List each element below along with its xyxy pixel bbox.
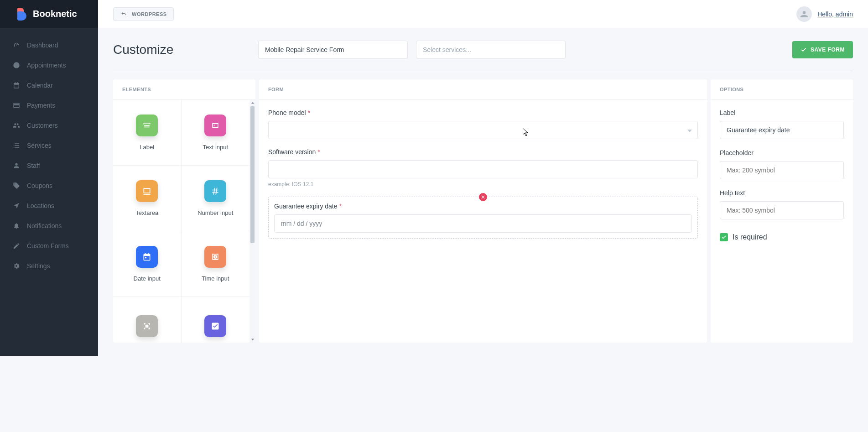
field-input[interactable] [268, 121, 698, 139]
elements-panel: ELEMENTS Label Text [113, 79, 255, 343]
sidebar-item-label: Locations [27, 202, 54, 209]
sidebar-item-coupons[interactable]: Coupons [0, 176, 98, 196]
logo[interactable]: Booknetic [0, 0, 98, 28]
option-label-input[interactable] [720, 121, 844, 139]
sidebar-item-settings[interactable]: Settings [0, 256, 98, 276]
sidebar: Booknetic Dashboard Appointments Calenda… [0, 0, 98, 356]
services-placeholder: Select services... [423, 46, 471, 53]
option-required-label: Is required [733, 233, 767, 241]
location-arrow-icon [13, 202, 20, 209]
sidebar-item-dashboard[interactable]: Dashboard [0, 35, 98, 55]
select-icon [136, 315, 158, 337]
sidebar-item-payments[interactable]: Payments [0, 95, 98, 115]
sidebar-item-calendar[interactable]: Calendar [0, 75, 98, 95]
element-time-input[interactable]: Time input [182, 231, 250, 297]
time-icon [204, 246, 226, 268]
sidebar-item-notifications[interactable]: Notifications [0, 216, 98, 236]
required-star-icon: * [339, 203, 342, 210]
field-label: Guarantee expiry date * [274, 203, 692, 210]
hash-icon [204, 180, 226, 202]
form-name-input[interactable] [258, 41, 408, 59]
sidebar-item-services[interactable]: Services [0, 135, 98, 156]
sidebar-item-appointments[interactable]: Appointments [0, 55, 98, 75]
users-icon [13, 122, 20, 129]
pen-icon [13, 242, 20, 250]
element-label[interactable]: Label [113, 100, 182, 166]
panel-header-options: OPTIONS [711, 79, 853, 100]
option-helptext-input[interactable] [720, 201, 844, 219]
content: ELEMENTS Label Text [98, 71, 868, 353]
scrollbar-thumb[interactable] [250, 106, 255, 243]
sidebar-item-label: Customers [27, 122, 58, 129]
sidebar-item-locations[interactable]: Locations [0, 196, 98, 216]
page-header: Customize Select services... SAVE FORM [98, 28, 868, 59]
sidebar-nav: Dashboard Appointments Calendar Payments [0, 28, 98, 276]
main: WORDPRESS Hello, admin Customize Select … [98, 0, 868, 356]
save-label: SAVE FORM [811, 47, 845, 53]
back-label: WORDPRESS [132, 11, 167, 17]
remove-field-button[interactable] [479, 193, 487, 201]
scroll-down-icon[interactable] [249, 336, 255, 343]
form-field-guarantee-expiry[interactable]: Guarantee expiry date * [268, 197, 698, 239]
calendar-icon [13, 82, 20, 89]
option-helptext-text: Help text [720, 189, 844, 197]
form-field-software-version[interactable]: Software version * example: IOS 12.1 [268, 148, 698, 187]
textarea-icon [136, 180, 158, 202]
check-icon [720, 233, 728, 241]
form-field-phone-model[interactable]: Phone model * [268, 109, 698, 139]
panel-header-form: FORM [259, 79, 707, 100]
element-textarea[interactable]: Textarea [113, 166, 182, 231]
panel-header-elements: ELEMENTS [113, 79, 255, 100]
required-star-icon: * [317, 148, 320, 156]
option-label: Label [720, 109, 844, 139]
field-help-text: example: IOS 12.1 [268, 181, 698, 187]
checkbox-icon [204, 315, 226, 337]
tag-icon [13, 182, 20, 189]
list-icon [13, 142, 20, 149]
sidebar-item-label: Notifications [27, 222, 62, 229]
card-icon [13, 102, 20, 109]
save-form-button[interactable]: SAVE FORM [792, 41, 853, 58]
topbar: WORDPRESS Hello, admin [98, 0, 868, 28]
element-label-text: Text input [203, 144, 228, 151]
scroll-up-icon[interactable] [249, 100, 255, 106]
elements-grid: Label Text input Textarea [113, 100, 249, 343]
element-label-text: Time input [202, 275, 229, 282]
field-label: Software version * [268, 148, 698, 156]
text-input-icon [204, 115, 226, 136]
chevron-down-icon [687, 126, 692, 134]
clock-icon [13, 62, 20, 69]
gauge-icon [13, 42, 20, 49]
form-panel: FORM Phone model * [259, 79, 707, 343]
option-required-checkbox[interactable]: Is required [720, 233, 844, 241]
bell-icon [13, 222, 20, 229]
services-select[interactable]: Select services... [416, 41, 566, 59]
form-body: Phone model * Software version [259, 100, 707, 248]
element-select[interactable] [113, 297, 182, 343]
option-placeholder: Placeholder [720, 149, 844, 179]
label-icon [136, 115, 158, 136]
user-area[interactable]: Hello, admin [796, 6, 853, 22]
element-text-input[interactable]: Text input [182, 100, 250, 166]
date-icon [136, 246, 158, 268]
element-date-input[interactable]: Date input [113, 231, 182, 297]
elements-scrollbar[interactable] [249, 100, 255, 343]
options-panel: OPTIONS Label Placeholder [711, 79, 853, 343]
sidebar-item-forms[interactable]: Custom Forms [0, 236, 98, 256]
sidebar-item-customers[interactable]: Customers [0, 115, 98, 135]
option-placeholder-input[interactable] [720, 161, 844, 179]
back-to-wordpress-button[interactable]: WORDPRESS [113, 7, 174, 21]
user-link[interactable]: Hello, admin [817, 10, 853, 18]
element-number-input[interactable]: Number input [182, 166, 250, 231]
element-checkbox[interactable] [182, 297, 250, 343]
avatar [796, 6, 812, 22]
sidebar-item-label: Coupons [27, 182, 52, 189]
page-title: Customize [113, 42, 250, 57]
sidebar-item-label: Dashboard [27, 42, 58, 49]
sidebar-item-label: Staff [27, 162, 40, 169]
sidebar-item-staff[interactable]: Staff [0, 156, 98, 176]
field-input[interactable] [274, 214, 692, 233]
option-label-text: Label [720, 109, 844, 116]
element-label-text: Textarea [135, 209, 158, 216]
field-input[interactable] [268, 160, 698, 178]
